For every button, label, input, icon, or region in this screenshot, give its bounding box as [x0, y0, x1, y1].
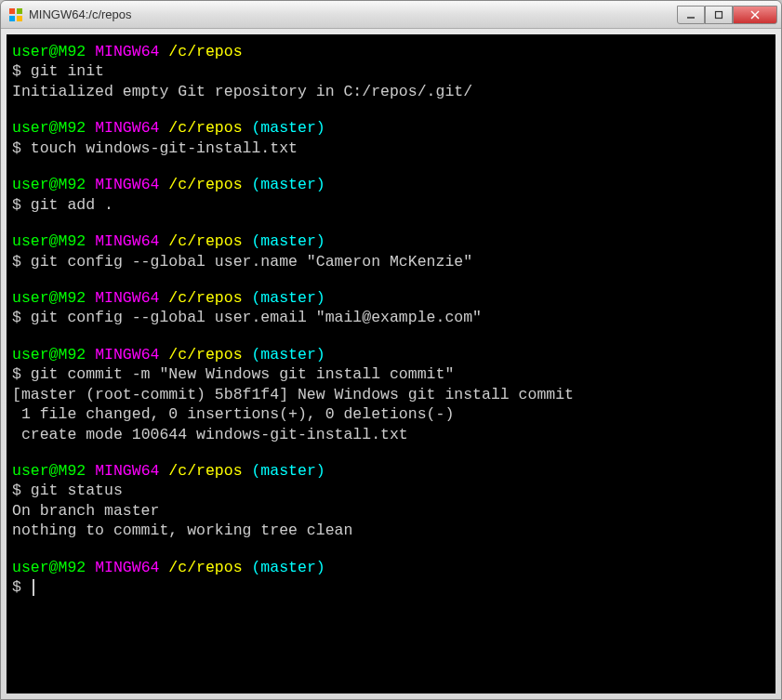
prompt-path: /c/repos [168, 176, 242, 193]
window-title: MINGW64:/c/repos [29, 7, 677, 21]
command-line: $ git config --global user.name "Cameron… [12, 252, 770, 271]
terminal-block: user@M92 MINGW64 /c/repos (master)$ touc… [12, 118, 770, 158]
maximize-button[interactable] [705, 6, 733, 24]
svg-rect-1 [17, 8, 22, 14]
prompt-user: user@M92 [12, 176, 86, 193]
command-line: $ git init [12, 61, 770, 81]
command-line: $ git status [12, 481, 770, 500]
command-output: Initialized empty Git repository in C:/r… [12, 82, 770, 101]
prompt-path: /c/repos [168, 232, 242, 250]
minimize-button[interactable] [677, 6, 705, 24]
prompt-host: MINGW64 [95, 462, 159, 480]
prompt-host: MINGW64 [95, 232, 159, 250]
command-output: [master (root-commit) 5b8f1f4] New Windo… [12, 385, 770, 444]
prompt-branch: (master) [251, 462, 325, 480]
prompt-user: user@M92 [12, 43, 86, 60]
prompt-host: MINGW64 [95, 289, 159, 307]
window-controls [677, 6, 777, 24]
prompt-user: user@M92 [12, 232, 86, 250]
svg-rect-2 [9, 16, 15, 21]
prompt-line: user@M92 MINGW64 /c/repos [12, 42, 770, 61]
prompt-branch: (master) [251, 119, 325, 137]
terminal-block: user@M92 MINGW64 /c/repos (master)$ git … [12, 288, 770, 328]
prompt-path: /c/repos [168, 119, 242, 137]
cursor-icon [33, 579, 34, 596]
prompt-line: user@M92 MINGW64 /c/repos (master) [12, 175, 770, 194]
prompt-branch: (master) [251, 559, 325, 576]
svg-rect-0 [9, 8, 15, 14]
git-bash-window: MINGW64:/c/repos user@M92 MINGW64 /c/rep… [0, 0, 782, 700]
terminal-block: user@M92 MINGW64 /c/repos (master)$ [12, 558, 770, 598]
close-button[interactable] [733, 6, 777, 24]
prompt-branch: (master) [251, 176, 325, 193]
svg-rect-5 [716, 11, 722, 18]
prompt-branch: (master) [251, 232, 325, 250]
prompt-user: user@M92 [12, 119, 86, 137]
terminal-block: user@M92 MINGW64 /c/repos (master)$ git … [12, 461, 770, 541]
command-line: $ git config --global user.email "mail@e… [12, 308, 770, 327]
prompt-host: MINGW64 [95, 43, 159, 60]
prompt-host: MINGW64 [95, 176, 159, 193]
prompt-path: /c/repos [168, 346, 242, 363]
app-icon [8, 7, 23, 22]
prompt-user: user@M92 [12, 289, 86, 307]
prompt-user: user@M92 [12, 462, 86, 480]
command-line: $ touch windows-git-install.txt [12, 139, 770, 158]
prompt-path: /c/repos [168, 559, 242, 576]
prompt-line: user@M92 MINGW64 /c/repos (master) [12, 288, 770, 308]
prompt-host: MINGW64 [95, 119, 159, 137]
prompt-path: /c/repos [168, 462, 242, 480]
prompt-host: MINGW64 [95, 559, 159, 576]
command-line: $ git commit -m "New Windows git install… [12, 364, 770, 384]
prompt-line: user@M92 MINGW64 /c/repos (master) [12, 461, 770, 481]
terminal-block: user@M92 MINGW64 /c/repos$ git initIniti… [12, 42, 770, 101]
terminal-block: user@M92 MINGW64 /c/repos (master)$ git … [12, 345, 770, 444]
command-output: On branch master nothing to commit, work… [12, 501, 770, 541]
prompt-line: user@M92 MINGW64 /c/repos (master) [12, 118, 770, 138]
prompt-path: /c/repos [168, 289, 242, 307]
terminal-block: user@M92 MINGW64 /c/repos (master)$ git … [12, 231, 770, 271]
prompt-branch: (master) [251, 289, 325, 307]
prompt-branch: (master) [251, 346, 325, 363]
prompt-line: user@M92 MINGW64 /c/repos (master) [12, 231, 770, 251]
terminal-area[interactable]: user@M92 MINGW64 /c/repos$ git initIniti… [7, 34, 775, 693]
svg-rect-3 [17, 16, 22, 21]
prompt-line: user@M92 MINGW64 /c/repos (master) [12, 558, 770, 577]
prompt-user: user@M92 [12, 346, 86, 363]
prompt-path: /c/repos [168, 43, 242, 60]
terminal-block: user@M92 MINGW64 /c/repos (master)$ git … [12, 175, 770, 215]
prompt-user: user@M92 [12, 559, 86, 576]
prompt-line: user@M92 MINGW64 /c/repos (master) [12, 345, 770, 364]
prompt-host: MINGW64 [95, 346, 159, 363]
command-line: $ [12, 577, 770, 597]
command-line: $ git add . [12, 195, 770, 215]
window-titlebar[interactable]: MINGW64:/c/repos [1, 1, 781, 29]
